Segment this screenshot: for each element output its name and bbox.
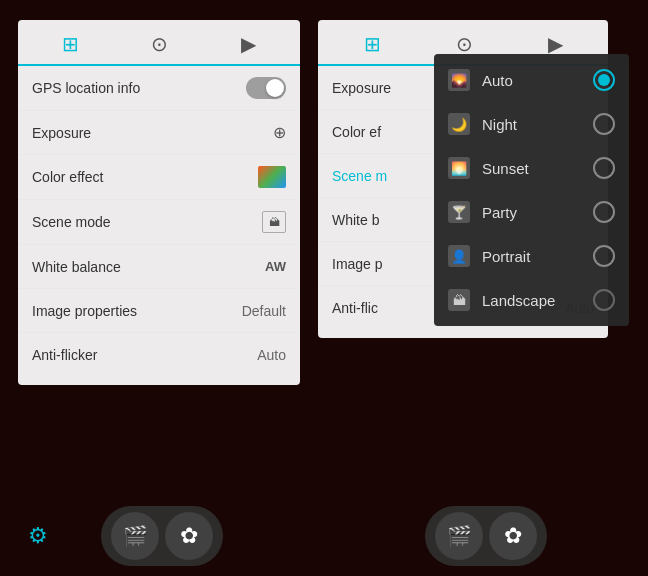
dropdown-item-party[interactable]: 🍸 Party (434, 190, 629, 234)
portrait-scene-icon: 👤 (448, 245, 470, 267)
night-scene-icon: 🌙 (448, 113, 470, 135)
right-toolbar: ⚙ 🎬 ✿ (324, 506, 648, 566)
left-tab-settings[interactable]: ⊞ (54, 30, 87, 58)
right-toolbar-buttons: 🎬 ✿ (425, 506, 547, 566)
left-settings-card: ⊞ ⊙ ▶ GPS location info Exposure ⊕ Color… (18, 20, 300, 385)
right-color-effect-label: Color ef (332, 124, 381, 140)
sunset-radio[interactable] (593, 157, 615, 179)
exposure-row[interactable]: Exposure ⊕ (18, 111, 300, 155)
bottom-toolbar: ⚙ 🎬 ✿ ⚙ 🎬 ✿ (0, 496, 648, 576)
white-balance-row[interactable]: White balance AW (18, 245, 300, 289)
scene-mode-icon: 🏔 (262, 211, 286, 233)
portrait-scene-label: Portrait (482, 248, 581, 265)
color-effect-row[interactable]: Color effect (18, 155, 300, 200)
auto-scene-label: Auto (482, 72, 581, 89)
dropdown-item-landscape[interactable]: 🏔 Landscape (434, 278, 629, 322)
left-toolbar-buttons: 🎬 ✿ (101, 506, 223, 566)
gps-row: GPS location info (18, 66, 300, 111)
main-area: ⊞ ⊙ ▶ GPS location info Exposure ⊕ Color… (0, 0, 648, 496)
right-video-button[interactable]: 🎬 (435, 512, 483, 560)
right-anti-flicker-label: Anti-flic (332, 300, 378, 316)
right-image-properties-label: Image p (332, 256, 383, 272)
right-camera-button[interactable]: ✿ (489, 512, 537, 560)
landscape-radio[interactable] (593, 289, 615, 311)
white-balance-label: White balance (32, 259, 121, 275)
dropdown-item-auto[interactable]: 🌄 Auto (434, 58, 629, 102)
anti-flicker-value: Auto (257, 347, 286, 363)
anti-flicker-label: Anti-flicker (32, 347, 97, 363)
left-tab-camera[interactable]: ⊙ (143, 30, 176, 58)
dropdown-item-sunset[interactable]: 🌅 Sunset (434, 146, 629, 190)
left-tab-bar: ⊞ ⊙ ▶ (18, 20, 300, 66)
party-radio[interactable] (593, 201, 615, 223)
left-camera-panel: ⊞ ⊙ ▶ GPS location info Exposure ⊕ Color… (0, 0, 318, 496)
right-scene-mode-label: Scene m (332, 168, 387, 184)
right-camera-panel: ⊞ ⊙ ▶ Exposure Color ef Scene m White b (318, 0, 648, 496)
left-tab-video[interactable]: ▶ (233, 30, 264, 58)
right-tab-settings[interactable]: ⊞ (356, 30, 389, 58)
left-gear-icon[interactable]: ⚙ (28, 523, 48, 549)
scene-mode-dropdown: 🌄 Auto 🌙 Night 🌅 Sunset 🍸 Party (434, 54, 629, 326)
exposure-label: Exposure (32, 125, 91, 141)
sunset-scene-label: Sunset (482, 160, 581, 177)
exposure-icon: ⊕ (273, 123, 286, 142)
color-effect-label: Color effect (32, 169, 103, 185)
white-balance-icon: AW (265, 259, 286, 274)
party-scene-icon: 🍸 (448, 201, 470, 223)
auto-radio[interactable] (593, 69, 615, 91)
dropdown-item-portrait[interactable]: 👤 Portrait (434, 234, 629, 278)
image-properties-row[interactable]: Image properties Default (18, 289, 300, 333)
left-camera-icon: ✿ (180, 523, 198, 549)
dropdown-item-night[interactable]: 🌙 Night (434, 102, 629, 146)
color-effect-thumb (258, 166, 286, 188)
left-video-button[interactable]: 🎬 (111, 512, 159, 560)
portrait-radio[interactable] (593, 245, 615, 267)
gps-toggle[interactable] (246, 77, 286, 99)
image-properties-label: Image properties (32, 303, 137, 319)
scene-mode-label: Scene mode (32, 214, 111, 230)
night-radio[interactable] (593, 113, 615, 135)
left-toolbar: ⚙ 🎬 ✿ (0, 506, 324, 566)
anti-flicker-row[interactable]: Anti-flicker Auto (18, 333, 300, 377)
scene-mode-row[interactable]: Scene mode 🏔 (18, 200, 300, 245)
auto-scene-icon: 🌄 (448, 69, 470, 91)
party-scene-label: Party (482, 204, 581, 221)
night-scene-label: Night (482, 116, 581, 133)
left-camera-button[interactable]: ✿ (165, 512, 213, 560)
right-exposure-label: Exposure (332, 80, 391, 96)
right-white-balance-label: White b (332, 212, 379, 228)
landscape-scene-label: Landscape (482, 292, 581, 309)
right-video-icon: 🎬 (447, 524, 472, 548)
left-video-icon: 🎬 (123, 524, 148, 548)
right-camera-icon: ✿ (504, 523, 522, 549)
gps-label: GPS location info (32, 80, 140, 96)
landscape-scene-icon: 🏔 (448, 289, 470, 311)
image-properties-value: Default (242, 303, 286, 319)
sunset-scene-icon: 🌅 (448, 157, 470, 179)
